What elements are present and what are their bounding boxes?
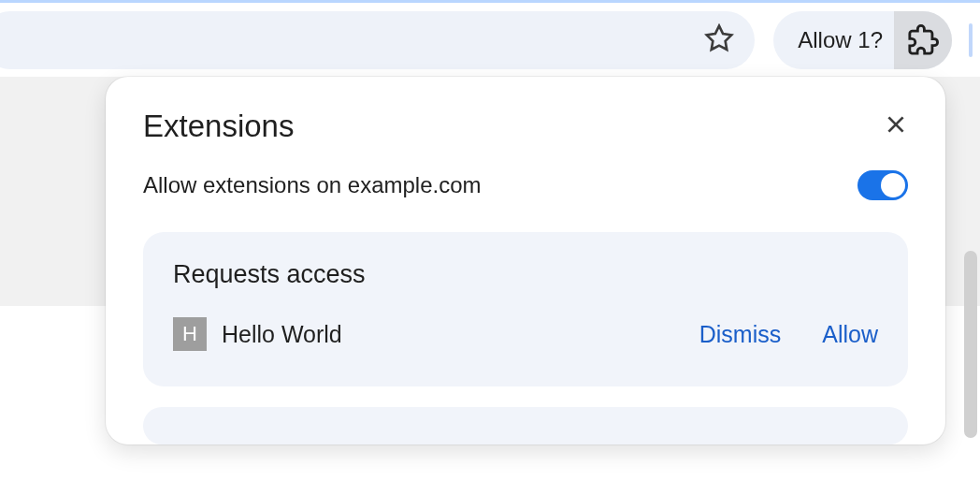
scrollbar-thumb[interactable] xyxy=(964,251,977,438)
close-icon[interactable] xyxy=(884,112,908,140)
dismiss-button[interactable]: Dismiss xyxy=(699,321,782,348)
extension-row: H Hello World Dismiss Allow xyxy=(173,317,878,351)
bookmark-star-icon[interactable] xyxy=(704,23,734,57)
allow-extensions-label: Allow extensions on example.com xyxy=(143,172,482,198)
allow-extensions-toggle[interactable] xyxy=(858,170,908,200)
extensions-popup: Extensions Allow extensions on example.c… xyxy=(106,77,945,445)
allow-chip-label: Allow 1? xyxy=(798,27,883,53)
popup-title: Extensions xyxy=(143,109,294,144)
address-bar[interactable] xyxy=(0,11,755,69)
toggle-knob xyxy=(881,173,905,197)
secondary-card xyxy=(143,407,908,445)
allow-button[interactable]: Allow xyxy=(822,321,878,348)
allow-extension-chip[interactable]: Allow 1? xyxy=(773,11,952,69)
requests-access-card: Requests access H Hello World Dismiss Al… xyxy=(143,232,908,386)
extension-name: Hello World xyxy=(222,321,658,348)
svg-marker-0 xyxy=(707,25,732,49)
extensions-puzzle-icon[interactable] xyxy=(894,11,952,69)
extension-letter-icon: H xyxy=(173,317,207,351)
toolbar-divider xyxy=(969,23,973,57)
card-title: Requests access xyxy=(173,260,878,289)
browser-toolbar: Allow 1? xyxy=(0,0,980,77)
